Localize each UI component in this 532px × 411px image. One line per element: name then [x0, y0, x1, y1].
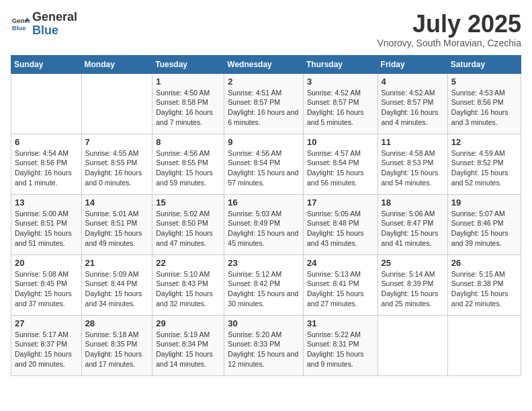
- day-info: Sunrise: 5:13 AM Sunset: 8:41 PM Dayligh…: [307, 269, 374, 309]
- day-number: 21: [85, 258, 149, 268]
- calendar-cell: 18Sunrise: 5:06 AM Sunset: 8:47 PM Dayli…: [378, 194, 447, 255]
- day-number: 8: [156, 137, 220, 147]
- day-info: Sunrise: 4:54 AM Sunset: 8:56 PM Dayligh…: [15, 148, 78, 188]
- day-info: Sunrise: 5:10 AM Sunset: 8:43 PM Dayligh…: [156, 269, 220, 309]
- calendar-cell: 21Sunrise: 5:09 AM Sunset: 8:44 PM Dayli…: [81, 255, 152, 315]
- calendar-cell: 19Sunrise: 5:07 AM Sunset: 8:46 PM Dayli…: [447, 194, 521, 255]
- day-info: Sunrise: 4:52 AM Sunset: 8:57 PM Dayligh…: [307, 88, 374, 128]
- calendar-cell: [11, 73, 82, 134]
- day-number: 13: [15, 197, 78, 208]
- week-row-2: 6Sunrise: 4:54 AM Sunset: 8:56 PM Daylig…: [11, 134, 521, 194]
- day-number: 2: [228, 77, 300, 87]
- day-number: 6: [15, 137, 78, 147]
- day-number: 7: [85, 137, 149, 147]
- location-subtitle: Vnorovy, South Moravian, Czechia: [377, 38, 521, 48]
- day-number: 27: [15, 318, 78, 328]
- week-row-3: 13Sunrise: 5:00 AM Sunset: 8:51 PM Dayli…: [11, 194, 521, 255]
- calendar-cell: 25Sunrise: 5:14 AM Sunset: 8:39 PM Dayli…: [378, 255, 447, 315]
- day-number: 20: [15, 258, 78, 268]
- day-number: 24: [307, 258, 374, 268]
- day-info: Sunrise: 5:06 AM Sunset: 8:47 PM Dayligh…: [382, 209, 444, 248]
- day-info: Sunrise: 4:58 AM Sunset: 8:53 PM Dayligh…: [382, 148, 444, 188]
- day-number: 12: [451, 137, 517, 147]
- day-info: Sunrise: 5:03 AM Sunset: 8:49 PM Dayligh…: [228, 209, 300, 248]
- day-number: 15: [156, 197, 220, 208]
- day-info: Sunrise: 5:17 AM Sunset: 8:37 PM Dayligh…: [15, 330, 78, 369]
- day-info: Sunrise: 5:15 AM Sunset: 8:38 PM Dayligh…: [451, 269, 517, 309]
- day-info: Sunrise: 5:07 AM Sunset: 8:46 PM Dayligh…: [451, 209, 517, 248]
- calendar-cell: 14Sunrise: 5:01 AM Sunset: 8:51 PM Dayli…: [81, 194, 152, 255]
- day-info: Sunrise: 5:20 AM Sunset: 8:33 PM Dayligh…: [228, 330, 300, 369]
- calendar-cell: 28Sunrise: 5:18 AM Sunset: 8:35 PM Dayli…: [81, 315, 152, 375]
- day-number: 18: [382, 197, 444, 208]
- calendar-cell: 29Sunrise: 5:19 AM Sunset: 8:34 PM Dayli…: [152, 315, 224, 375]
- calendar-cell: 31Sunrise: 5:22 AM Sunset: 8:31 PM Dayli…: [303, 315, 378, 375]
- day-header-sunday: Sunday: [11, 55, 82, 73]
- calendar-cell: 26Sunrise: 5:15 AM Sunset: 8:38 PM Dayli…: [447, 255, 521, 315]
- day-header-wednesday: Wednesday: [224, 55, 304, 73]
- week-row-5: 27Sunrise: 5:17 AM Sunset: 8:37 PM Dayli…: [11, 315, 521, 375]
- day-number: 4: [382, 77, 444, 87]
- day-info: Sunrise: 4:59 AM Sunset: 8:52 PM Dayligh…: [451, 148, 517, 188]
- day-info: Sunrise: 5:05 AM Sunset: 8:48 PM Dayligh…: [307, 209, 374, 248]
- day-number: 28: [85, 318, 149, 328]
- calendar-cell: 5Sunrise: 4:53 AM Sunset: 8:56 PM Daylig…: [447, 73, 521, 134]
- day-info: Sunrise: 4:57 AM Sunset: 8:54 PM Dayligh…: [307, 148, 374, 188]
- calendar-cell: 6Sunrise: 4:54 AM Sunset: 8:56 PM Daylig…: [11, 134, 82, 194]
- calendar-cell: [378, 315, 447, 375]
- logo-icon: General Blue: [11, 15, 30, 34]
- day-header-monday: Monday: [81, 55, 152, 73]
- calendar-cell: [81, 73, 152, 134]
- day-info: Sunrise: 5:22 AM Sunset: 8:31 PM Dayligh…: [307, 330, 374, 369]
- day-number: 10: [307, 137, 374, 147]
- calendar-cell: 23Sunrise: 5:12 AM Sunset: 8:42 PM Dayli…: [224, 255, 304, 315]
- day-info: Sunrise: 4:51 AM Sunset: 8:57 PM Dayligh…: [228, 88, 300, 128]
- logo: General Blue General Blue: [11, 11, 77, 38]
- calendar-cell: 1Sunrise: 4:50 AM Sunset: 8:58 PM Daylig…: [152, 73, 224, 134]
- day-info: Sunrise: 5:02 AM Sunset: 8:50 PM Dayligh…: [156, 209, 220, 248]
- day-header-friday: Friday: [378, 55, 447, 73]
- day-info: Sunrise: 5:00 AM Sunset: 8:51 PM Dayligh…: [15, 209, 78, 248]
- day-number: 26: [451, 258, 517, 268]
- logo-general: General: [32, 11, 77, 24]
- calendar-cell: 24Sunrise: 5:13 AM Sunset: 8:41 PM Dayli…: [303, 255, 378, 315]
- svg-text:Blue: Blue: [12, 24, 26, 32]
- week-row-1: 1Sunrise: 4:50 AM Sunset: 8:58 PM Daylig…: [11, 73, 521, 134]
- day-number: 11: [382, 137, 444, 147]
- calendar-cell: 3Sunrise: 4:52 AM Sunset: 8:57 PM Daylig…: [303, 73, 378, 134]
- day-number: 22: [156, 258, 220, 268]
- calendar-table: SundayMondayTuesdayWednesdayThursdayFrid…: [11, 55, 521, 376]
- calendar-cell: 10Sunrise: 4:57 AM Sunset: 8:54 PM Dayli…: [303, 134, 378, 194]
- day-number: 1: [156, 77, 220, 87]
- calendar-cell: 22Sunrise: 5:10 AM Sunset: 8:43 PM Dayli…: [152, 255, 224, 315]
- day-info: Sunrise: 5:09 AM Sunset: 8:44 PM Dayligh…: [85, 269, 149, 309]
- page-header: General Blue General Blue July 2025 Vnor…: [11, 11, 521, 48]
- day-header-tuesday: Tuesday: [152, 55, 224, 73]
- calendar-cell: 30Sunrise: 5:20 AM Sunset: 8:33 PM Dayli…: [224, 315, 304, 375]
- day-number: 31: [307, 318, 374, 328]
- calendar-cell: 7Sunrise: 4:55 AM Sunset: 8:55 PM Daylig…: [81, 134, 152, 194]
- calendar-cell: 20Sunrise: 5:08 AM Sunset: 8:45 PM Dayli…: [11, 255, 82, 315]
- title-block: July 2025 Vnorovy, South Moravian, Czech…: [377, 11, 521, 48]
- day-info: Sunrise: 4:50 AM Sunset: 8:58 PM Dayligh…: [156, 88, 220, 128]
- day-header-saturday: Saturday: [447, 55, 521, 73]
- calendar-cell: 15Sunrise: 5:02 AM Sunset: 8:50 PM Dayli…: [152, 194, 224, 255]
- calendar-cell: 12Sunrise: 4:59 AM Sunset: 8:52 PM Dayli…: [447, 134, 521, 194]
- day-number: 16: [228, 197, 300, 208]
- day-number: 5: [451, 77, 517, 87]
- calendar-cell: 27Sunrise: 5:17 AM Sunset: 8:37 PM Dayli…: [11, 315, 82, 375]
- day-number: 14: [85, 197, 149, 208]
- day-number: 23: [228, 258, 300, 268]
- calendar-cell: 2Sunrise: 4:51 AM Sunset: 8:57 PM Daylig…: [224, 73, 304, 134]
- calendar-cell: 8Sunrise: 4:56 AM Sunset: 8:55 PM Daylig…: [152, 134, 224, 194]
- month-title: July 2025: [377, 11, 521, 38]
- day-info: Sunrise: 4:55 AM Sunset: 8:55 PM Dayligh…: [85, 148, 149, 188]
- day-info: Sunrise: 5:12 AM Sunset: 8:42 PM Dayligh…: [228, 269, 300, 309]
- day-info: Sunrise: 4:52 AM Sunset: 8:57 PM Dayligh…: [382, 88, 444, 128]
- day-number: 19: [451, 197, 517, 208]
- day-number: 9: [228, 137, 300, 147]
- calendar-cell: [447, 315, 521, 375]
- day-info: Sunrise: 4:53 AM Sunset: 8:56 PM Dayligh…: [451, 88, 517, 128]
- day-info: Sunrise: 4:56 AM Sunset: 8:54 PM Dayligh…: [228, 148, 300, 188]
- day-number: 17: [307, 197, 374, 208]
